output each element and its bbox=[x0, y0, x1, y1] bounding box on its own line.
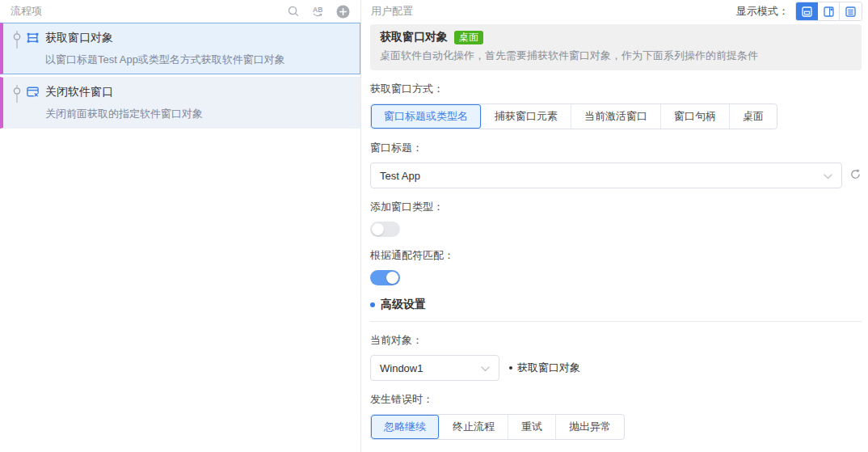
capture-method-group: 窗口标题或类型名 捕获窗口元素 当前激活窗口 窗口句柄 桌面 bbox=[370, 103, 777, 129]
user-config-panel: 用户配置 显示模式： 获取窗口对象 bbox=[361, 0, 868, 452]
add-window-type-toggle[interactable] bbox=[370, 222, 400, 237]
wildcard-match-label: 根据通配符匹配： bbox=[370, 248, 862, 263]
toggle-knob bbox=[386, 272, 398, 284]
display-mode-form-icon[interactable] bbox=[796, 2, 818, 20]
svg-text:AB: AB bbox=[313, 6, 322, 14]
capture-method-label: 获取窗口方式： bbox=[370, 82, 862, 96]
flow-item-title: 关闭软件窗口 bbox=[45, 83, 353, 104]
capture-method-option-desktop[interactable]: 桌面 bbox=[730, 104, 777, 129]
advanced-settings-header[interactable]: 高级设置 bbox=[370, 298, 862, 312]
component-info-box: 获取窗口对象 桌面 桌面软件自动化操作，首先需要捕获软件窗口对象，作为下面系列操… bbox=[370, 24, 862, 70]
flow-panel-header: 流程项 AB bbox=[0, 0, 360, 23]
window-title-value: Test App bbox=[380, 170, 420, 182]
refresh-icon[interactable] bbox=[849, 168, 862, 183]
on-error-label: 发生错误时： bbox=[370, 392, 862, 407]
capture-window-icon bbox=[26, 29, 45, 50]
capture-method-option-title[interactable]: 窗口标题或类型名 bbox=[371, 104, 482, 129]
component-description: 桌面软件自动化操作，首先需要捕获软件窗口对象，作为下面系列操作的前提条件 bbox=[380, 49, 852, 63]
display-mode-label: 显示模式： bbox=[736, 4, 789, 19]
chevron-down-icon bbox=[481, 362, 490, 374]
component-title: 获取窗口对象 bbox=[380, 30, 448, 44]
on-error-option-stop[interactable]: 终止流程 bbox=[440, 415, 508, 439]
window-title-label: 窗口标题： bbox=[370, 141, 862, 155]
flow-item-close-window[interactable]: 关闭软件窗口 关闭前面获取的指定软件窗口对象 bbox=[0, 77, 360, 129]
add-flow-item-button[interactable] bbox=[336, 5, 350, 19]
advanced-settings-label: 高级设置 bbox=[381, 298, 426, 312]
search-icon[interactable] bbox=[287, 5, 300, 18]
window-title-select[interactable]: Test App bbox=[370, 163, 842, 188]
on-error-group: 忽略继续 终止流程 重试 抛出异常 bbox=[370, 414, 625, 440]
bullet-dot-icon bbox=[370, 302, 375, 307]
timeline-node-icon[interactable] bbox=[8, 83, 26, 104]
bullet-dot-icon bbox=[509, 366, 512, 370]
flow-panel-title: 流程项 bbox=[11, 4, 42, 19]
on-error-option-throw[interactable]: 抛出异常 bbox=[556, 415, 624, 439]
rename-ab-icon[interactable]: AB bbox=[310, 5, 326, 18]
current-object-value: Window1 bbox=[380, 362, 423, 374]
section-divider bbox=[370, 321, 862, 322]
capture-method-option-handle[interactable]: 窗口句柄 bbox=[661, 104, 730, 129]
display-mode-group bbox=[795, 2, 862, 21]
toggle-knob bbox=[372, 223, 384, 235]
flow-item-title: 获取窗口对象 bbox=[45, 29, 353, 50]
config-panel-header: 用户配置 显示模式： bbox=[361, 0, 868, 23]
display-mode-split-icon[interactable] bbox=[818, 2, 840, 20]
wildcard-match-toggle[interactable] bbox=[370, 270, 400, 285]
flow-item-desc: 关闭前面获取的指定软件窗口对象 bbox=[45, 107, 353, 121]
current-object-label: 当前对象： bbox=[370, 333, 862, 348]
close-window-icon bbox=[26, 83, 45, 104]
flow-list: 获取窗口对象 以窗口标题Test App或类型名方式获取软件窗口对象 关闭软件窗… bbox=[0, 23, 360, 452]
display-mode-list-icon[interactable] bbox=[840, 2, 862, 20]
config-body: 获取窗口对象 桌面 桌面软件自动化操作，首先需要捕获软件窗口对象，作为下面系列操… bbox=[361, 23, 868, 452]
app-window: 流程项 AB 获取 bbox=[0, 0, 868, 452]
config-panel-title: 用户配置 bbox=[371, 4, 413, 19]
capture-method-option-active[interactable]: 当前激活窗口 bbox=[571, 104, 661, 129]
flow-item-get-window[interactable]: 获取窗口对象 以窗口标题Test App或类型名方式获取软件窗口对象 bbox=[0, 23, 360, 74]
add-window-type-label: 添加窗口类型： bbox=[370, 200, 862, 214]
current-object-note: 获取窗口对象 bbox=[509, 361, 580, 375]
chevron-down-icon bbox=[824, 170, 832, 182]
flow-item-desc: 以窗口标题Test App或类型名方式获取软件窗口对象 bbox=[45, 53, 353, 67]
on-error-option-retry[interactable]: 重试 bbox=[508, 415, 556, 439]
current-object-select[interactable]: Window1 bbox=[370, 355, 499, 381]
timeline-node-icon[interactable] bbox=[8, 29, 26, 50]
capture-method-option-element[interactable]: 捕获窗口元素 bbox=[482, 104, 571, 129]
desktop-badge: 桌面 bbox=[454, 31, 483, 44]
flow-list-panel: 流程项 AB 获取 bbox=[0, 0, 361, 452]
on-error-option-ignore[interactable]: 忽略继续 bbox=[371, 415, 440, 439]
